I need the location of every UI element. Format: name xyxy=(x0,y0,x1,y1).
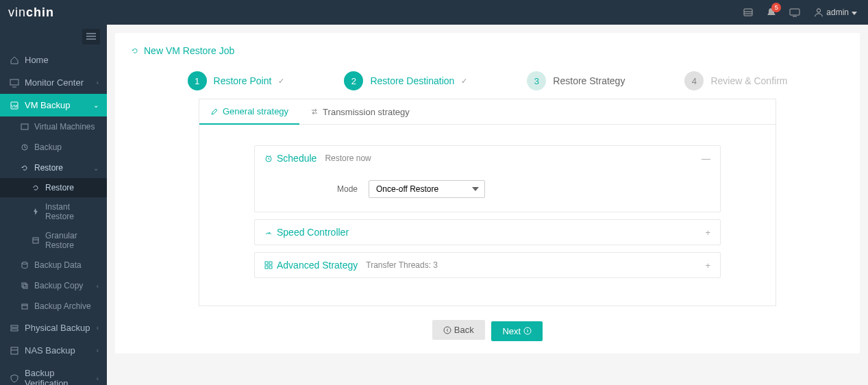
chevron-left-icon: ‹ xyxy=(97,79,99,86)
svg-rect-22 xyxy=(11,325,18,327)
wizard-steps: 1 Restore Point ✓ 2 Restore Destination … xyxy=(158,71,817,90)
user-menu[interactable]: admin xyxy=(814,8,860,17)
svg-rect-9 xyxy=(10,79,18,85)
wizard-step-4: 4 Review & Confirm xyxy=(684,71,787,90)
svg-rect-15 xyxy=(33,238,38,243)
section-schedule-header[interactable]: Schedule Restore now — xyxy=(255,146,720,171)
sidebar-sub-backup-copy[interactable]: Backup Copy ‹ xyxy=(0,275,107,296)
sidebar-sub-virtual-machines[interactable]: Virtual Machines xyxy=(0,116,107,137)
arrow-left-icon xyxy=(443,326,451,334)
clock-icon xyxy=(264,154,273,162)
chevron-left-icon: ‹ xyxy=(97,282,99,290)
plus-icon: + xyxy=(705,227,710,238)
sidebar-item-monitor[interactable]: Monitor Center ‹ xyxy=(0,71,107,94)
svg-rect-34 xyxy=(265,266,268,269)
sidebar-sub-backup[interactable]: Backup xyxy=(0,137,107,158)
server-icon xyxy=(10,323,19,333)
bolt-icon xyxy=(32,208,40,216)
chevron-left-icon: ‹ xyxy=(97,324,99,332)
mode-label: Mode xyxy=(337,184,358,194)
section-speed-header[interactable]: Speed Controller + xyxy=(255,220,720,245)
tab-transmission-strategy[interactable]: Transmission strategy xyxy=(299,99,421,124)
sidebar-item-physical[interactable]: Physical Backup ‹ xyxy=(0,316,107,339)
minus-icon: — xyxy=(702,153,710,164)
chevron-down-icon xyxy=(852,8,860,17)
section-schedule: Schedule Restore now — Mode Once-off Res… xyxy=(254,145,721,212)
section-advanced-header[interactable]: Advanced Strategy Transfer Threads: 3 + xyxy=(255,253,720,277)
wizard-step-1[interactable]: 1 Restore Point ✓ xyxy=(188,71,285,90)
lines-icon[interactable] xyxy=(743,7,754,18)
home-icon xyxy=(10,55,19,65)
archive-icon xyxy=(21,302,29,310)
sidebar-item-vm-backup[interactable]: VM VM Backup ⌄ xyxy=(0,94,107,116)
granular-icon xyxy=(32,236,40,245)
restore-icon xyxy=(21,164,29,172)
check-icon: ✓ xyxy=(278,77,284,86)
svg-rect-24 xyxy=(11,347,18,354)
restore-icon xyxy=(32,184,40,192)
svg-point-5 xyxy=(817,9,821,12)
gauge-icon xyxy=(264,228,273,236)
sidebar: Home Monitor Center ‹ VM VM Backup ⌄ Vir… xyxy=(0,25,107,385)
svg-point-17 xyxy=(22,262,27,264)
svg-rect-18 xyxy=(22,283,26,287)
tab-general-strategy[interactable]: General strategy xyxy=(199,99,299,125)
chevron-down-icon: ⌄ xyxy=(93,101,99,109)
chevron-left-icon: ‹ xyxy=(97,375,99,382)
check-icon: ✓ xyxy=(461,77,467,86)
notification-icon[interactable]: 5 xyxy=(766,7,777,18)
pencil-icon xyxy=(210,108,219,116)
vm-list-icon xyxy=(21,123,29,131)
notification-badge: 5 xyxy=(771,3,781,12)
wizard-step-3: 3 Restore Strategy xyxy=(527,71,625,90)
monitor-icon xyxy=(10,78,19,88)
sidebar-sub-backup-archive[interactable]: Backup Archive xyxy=(0,296,107,316)
user-name: admin xyxy=(826,8,849,17)
svg-rect-0 xyxy=(744,9,752,16)
sidebar-toggle-button[interactable] xyxy=(82,29,100,45)
copy-icon xyxy=(21,282,29,290)
transfer-icon xyxy=(310,108,319,116)
section-speed-controller: Speed Controller + xyxy=(254,219,721,245)
sidebar-subsub-granular-restore[interactable]: Granular Restore xyxy=(0,226,107,255)
chevron-down-icon: ⌄ xyxy=(93,164,99,172)
mode-select[interactable]: Once-off Restore xyxy=(369,180,485,198)
back-button[interactable]: Back xyxy=(432,320,485,340)
svg-rect-23 xyxy=(11,329,18,331)
chevron-left-icon: ‹ xyxy=(97,347,99,354)
sidebar-item-nas[interactable]: NAS Backup ‹ xyxy=(0,339,107,362)
svg-rect-32 xyxy=(265,262,268,264)
nas-icon xyxy=(10,346,19,356)
restore-icon xyxy=(130,46,140,55)
svg-point-37 xyxy=(524,327,531,334)
data-icon xyxy=(21,261,29,269)
sidebar-subsub-restore[interactable]: Restore xyxy=(0,178,107,197)
arrow-right-icon xyxy=(523,327,532,335)
svg-rect-20 xyxy=(22,304,27,309)
next-button[interactable]: Next xyxy=(491,321,543,341)
svg-rect-33 xyxy=(269,262,272,264)
sidebar-item-verification[interactable]: Backup Verification ‹ xyxy=(0,362,107,385)
page-title: New VM Restore Job xyxy=(130,45,845,56)
svg-text:VM: VM xyxy=(12,104,18,108)
svg-rect-13 xyxy=(21,124,28,129)
svg-rect-35 xyxy=(269,266,272,269)
grid-icon xyxy=(264,261,273,269)
sidebar-sub-restore[interactable]: Restore ⌄ xyxy=(0,158,107,178)
screen-icon[interactable] xyxy=(789,7,800,18)
svg-rect-3 xyxy=(790,9,799,15)
section-advanced-strategy: Advanced Strategy Transfer Threads: 3 + xyxy=(254,252,721,278)
vm-icon: VM xyxy=(10,101,19,110)
brand-logo: vinchin xyxy=(8,5,54,20)
sidebar-subsub-instant-restore[interactable]: Instant Restore xyxy=(0,197,107,226)
wizard-step-2[interactable]: 2 Restore Destination ✓ xyxy=(344,71,467,90)
shield-icon xyxy=(10,373,19,383)
backup-icon xyxy=(21,143,29,151)
sidebar-sub-backup-data[interactable]: Backup Data xyxy=(0,255,107,275)
svg-rect-19 xyxy=(23,284,27,288)
svg-point-36 xyxy=(444,327,451,334)
sidebar-item-home[interactable]: Home xyxy=(0,49,107,71)
plus-icon: + xyxy=(705,260,710,271)
